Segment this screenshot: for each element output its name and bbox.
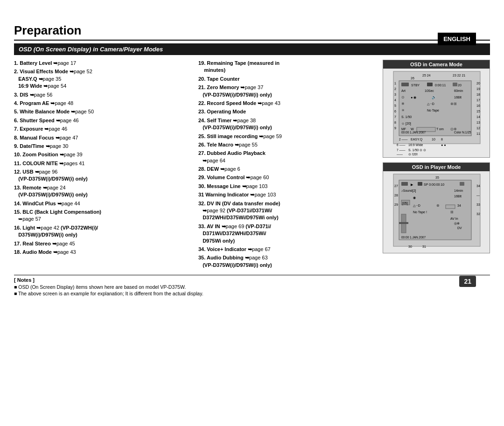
svg-text:17: 17 [476, 98, 480, 102]
svg-text:14: 14 [476, 115, 480, 119]
svg-text:W: W [411, 127, 414, 131]
svg-text:33: 33 [476, 203, 480, 206]
svg-rect-28 [453, 83, 457, 86]
svg-text:8: 8 [394, 121, 396, 124]
list-item: 8. Manual Focus ➥page 47 [14, 134, 190, 141]
list-item: 32. DV IN (DV data transfer mode) ➥page … [198, 200, 374, 222]
svg-rect-78 [460, 182, 464, 186]
svg-text:❄: ❄ [401, 102, 405, 106]
list-item: 33. AV IN ➥page 69 (VP-D371i/ D371Wi/D37… [198, 223, 374, 244]
svg-text:16: 16 [476, 104, 480, 107]
svg-text:16Blt: 16Blt [454, 195, 462, 198]
list-item: 16. Light ➥page 42 (VP-D372WH(i)/ D375W(… [14, 224, 190, 239]
svg-text:2 ——: 2 —— [399, 138, 408, 141]
svg-text:Art: Art [401, 89, 406, 92]
list-item: 24. Self Timer ➥page 38 (VP-D375W(i)/D97… [198, 117, 374, 132]
column-2: 19. Remaining Tape (measured in minutes)… [198, 60, 378, 270]
svg-text:☀: ☀ [401, 108, 405, 112]
svg-text:13: 13 [476, 121, 480, 124]
page-title: Preparation [14, 23, 490, 41]
list-item: 11. COLOUR NITE ➥pages 41 [14, 160, 190, 167]
list-item: 7. Exposure ➥page 46 [14, 126, 190, 133]
svg-text:S. 1/50  ⊙ ⊙: S. 1/50 ⊙ ⊙ [408, 148, 426, 152]
list-item: 6. Shutter Speed ➥page 46 [14, 117, 190, 124]
svg-text:00:00  1.JAN.2007: 00:00 1.JAN.2007 [401, 236, 426, 239]
svg-text:34: 34 [457, 204, 461, 207]
svg-text:10: 10 [432, 138, 435, 141]
column-1: 1. Battery Level ➥page 17 2. Visual Effe… [14, 60, 194, 270]
list-item: 9. Date/Time ➥page 30 [14, 143, 190, 150]
main-content: 1. Battery Level ➥page 17 2. Visual Effe… [14, 60, 490, 270]
svg-text:16:9 Wide: 16:9 Wide [408, 143, 423, 147]
svg-text:60min: 60min [454, 89, 463, 92]
list-item: 19. Remaining Tape (measured in minutes) [198, 60, 374, 74]
list-item: 4. Program AE ➥page 48 [14, 100, 190, 107]
list-item: 25. Still image recording ➥page 59 [198, 133, 374, 140]
list-item: 23. Operating Mode [198, 108, 374, 115]
list-item: 34. Voice+ Indicator ➥page 67 [198, 246, 374, 253]
osd-camera-diagram: 25 24 26 23 22 21 1 2 3 4 5 6 7 [383, 69, 490, 157]
list-item: 27. Dubbed Audio Playback ➥page 64 [198, 150, 374, 164]
svg-text:SP  0:00:00:10: SP 0:00:00:10 [424, 183, 444, 186]
svg-text:7: 7 [394, 115, 396, 119]
section-header: OSD (On Screen Display) in Camera/Player… [14, 43, 490, 55]
svg-text:31: 31 [422, 245, 426, 248]
svg-text:30: 30 [408, 245, 412, 248]
svg-text:9: 9 [394, 126, 396, 130]
svg-text:29: 29 [394, 203, 398, 206]
svg-text:DV: DV [457, 226, 462, 230]
svg-text:S. 1/50: S. 1/50 [401, 115, 412, 119]
list-item: 1. Battery Level ➥page 17 [14, 60, 190, 67]
svg-text:No Tape !: No Tape ! [413, 210, 427, 214]
svg-text:32: 32 [476, 212, 480, 216]
svg-text:△···D: △···D [427, 102, 434, 105]
svg-text:◉: ◉ [413, 196, 416, 199]
svg-text:● ●: ● ● [441, 143, 446, 147]
osd-player-diagram: 35 27 28 29 34 — 33 32 30 31 [383, 171, 490, 253]
svg-text:10Sec: 10Sec [425, 89, 434, 92]
osd-player-title: OSD in Player Mode [383, 163, 490, 171]
svg-text:⊙ [20]: ⊙ [20] [408, 153, 418, 155]
svg-text:16Blt: 16Blt [454, 96, 462, 99]
svg-text:18: 18 [476, 93, 480, 96]
svg-rect-76 [418, 182, 422, 186]
svg-rect-26 [427, 83, 433, 86]
svg-text:15: 15 [476, 110, 480, 113]
notes-title: [ Notes ] [14, 277, 490, 283]
list-item: 17. Real Stereo ➥page 45 [14, 240, 190, 247]
svg-text:20: 20 [476, 82, 480, 85]
list-item: 12. USB ➥page 96 (VP-D375W(i)/D975W(i) o… [14, 168, 190, 183]
svg-text:23  22 21: 23 22 21 [453, 74, 465, 77]
svg-text:28: 28 [394, 194, 398, 197]
svg-text:25  24: 25 24 [422, 74, 431, 77]
svg-text:6: 6 [394, 110, 396, 113]
svg-text:AV In: AV In [450, 217, 458, 220]
list-item: 18. Audio Mode ➥page 43 [14, 249, 190, 256]
list-item: 10. Zoom Position ➥page 39 [14, 151, 190, 158]
svg-text:26: 26 [411, 77, 414, 80]
svg-text:🔊: 🔊 [432, 95, 436, 99]
list-item: 29. Volume Control ➥page 60 [198, 174, 374, 181]
osd-camera-title: OSD in Camera Mode [383, 60, 490, 69]
svg-rect-87 [446, 205, 455, 209]
list-item: 22. Record Speed Mode ➥page 43 [198, 100, 374, 107]
list-item: 13. Remote ➥page 24 (VP-D375W(i)/D975W(i… [14, 184, 190, 199]
svg-text:27: 27 [394, 184, 398, 188]
list-item: 5. White Balance Mode ➥page 50 [14, 108, 190, 115]
svg-text:1: 1 [394, 82, 396, 85]
svg-text:11: 11 [476, 132, 480, 135]
svg-text:4: 4 [394, 98, 396, 102]
svg-text:⊗: ⊗ [436, 203, 440, 208]
svg-text:△···D: △···D [413, 204, 420, 207]
svg-text:12: 12 [476, 126, 480, 130]
note-item: The above screen is an example for expla… [14, 291, 490, 296]
list-item: 28. DEW ➥page 6 [198, 166, 374, 173]
list-item: 15. BLC (Back Light Compensation) ➥page … [14, 209, 190, 223]
list-item: 14. WindCut Plus ➥page 44 [14, 200, 190, 207]
svg-text:0:00:11: 0:00:11 [435, 84, 446, 87]
list-item: 20. Tape Counter [198, 76, 374, 83]
svg-text:[05]: [05] [402, 202, 408, 205]
list-item: 3. DIS ➥page 56 [14, 91, 190, 98]
svg-text:6 ——: 6 —— [397, 143, 406, 147]
svg-text:00:00  1.JAN.2007: 00:00 1.JAN.2007 [401, 131, 426, 134]
